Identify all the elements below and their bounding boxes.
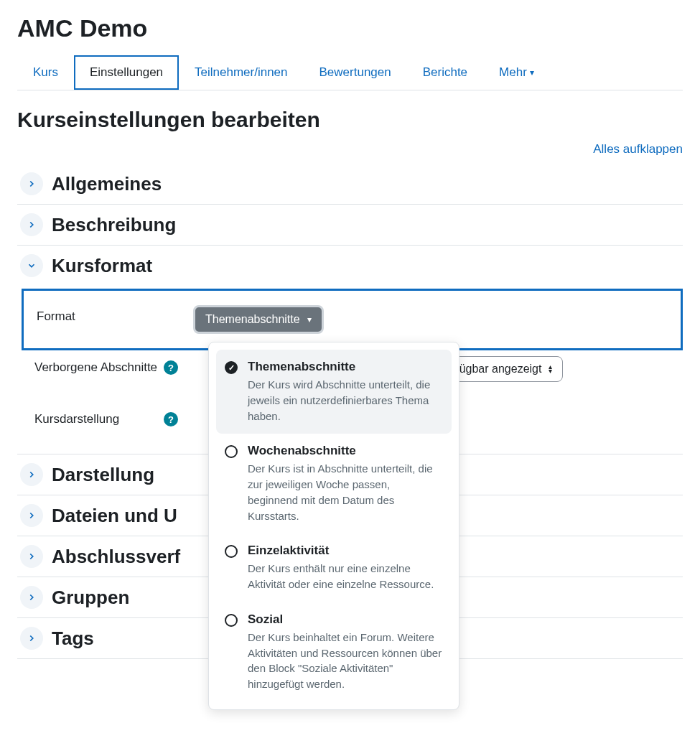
radio-unchecked-icon [225, 545, 238, 558]
chevron-right-icon [20, 586, 43, 609]
dropdown-option-sozial[interactable]: Sozial Der Kurs beinhaltet ein Forum. We… [216, 602, 452, 673]
section-header-allgemeines[interactable]: Allgemeines [17, 164, 683, 204]
chevron-down-icon [20, 254, 43, 277]
chevron-right-icon [20, 172, 43, 195]
section-header-kursformat[interactable]: Kursformat [17, 246, 683, 286]
option-title: Themenabschnitte [248, 360, 443, 374]
field-label-verborgene: Verborgene Abschnitte [34, 360, 158, 375]
help-icon[interactable]: ? [164, 360, 178, 375]
section-title: Kursformat [52, 255, 152, 277]
option-title: Wochenabschnitte [248, 444, 443, 458]
chevron-down-icon: ▾ [530, 67, 534, 78]
tab-berichte[interactable]: Berichte [407, 55, 483, 90]
chevron-right-icon [20, 213, 43, 236]
section-title: Darstellung [52, 464, 154, 486]
section-allgemeines: Allgemeines [17, 164, 683, 205]
section-beschreibung: Beschreibung [17, 205, 683, 246]
dropdown-option-einzelaktivitaet[interactable]: Einzelaktivität Der Kurs enthält nur ein… [216, 533, 452, 602]
chevron-right-icon [20, 627, 43, 650]
site-title: AMC Demo [17, 14, 683, 42]
section-header-beschreibung[interactable]: Beschreibung [17, 205, 683, 245]
chevron-down-icon: ▾ [307, 314, 312, 325]
radio-unchecked-icon [225, 445, 238, 458]
radio-checked-icon [225, 361, 238, 374]
format-dropdown-menu: Themenabschnitte Der Kurs wird Abschnitt… [208, 342, 459, 673]
tab-einstellungen[interactable]: Einstellungen [74, 55, 179, 90]
chevron-right-icon [20, 463, 43, 486]
radio-unchecked-icon [225, 614, 238, 627]
section-title: Dateien und U [52, 505, 177, 527]
section-title: Abschlussverf [52, 546, 180, 568]
chevron-right-icon [20, 545, 43, 568]
format-select-value: Themenabschnitte [205, 313, 300, 326]
field-label-kursdarstellung: Kursdarstellung [34, 412, 158, 426]
expand-all-link[interactable]: Alles aufklappen [17, 142, 683, 157]
tab-bewertungen[interactable]: Bewertungen [304, 55, 407, 90]
option-title: Einzelaktivität [248, 544, 443, 558]
field-label-format: Format [37, 309, 180, 324]
option-title: Sozial [248, 612, 443, 627]
chevron-right-icon [20, 504, 43, 527]
sort-icon: ▴▾ [549, 365, 552, 373]
section-title: Beschreibung [52, 214, 176, 236]
tab-teilnehmer[interactable]: Teilnehmer/innen [179, 55, 303, 90]
verborgene-select-value: erfügbar angezeigt [446, 363, 541, 376]
section-title: Tags [52, 628, 94, 650]
tab-mehr-label: Mehr [499, 65, 527, 80]
option-desc: Der Kurs beinhaltet ein Forum. Weitere A… [248, 630, 443, 673]
dropdown-option-themenabschnitte[interactable]: Themenabschnitte Der Kurs wird Abschnitt… [216, 350, 452, 434]
tab-kurs[interactable]: Kurs [17, 55, 74, 90]
help-icon[interactable]: ? [164, 412, 178, 426]
page-title: Kurseinstellungen bearbeiten [17, 108, 683, 132]
section-title: Allgemeines [52, 173, 162, 195]
tab-mehr[interactable]: Mehr ▾ [483, 55, 550, 90]
section-title: Gruppen [52, 587, 129, 609]
option-desc: Der Kurs wird Abschnitte unterteilt, die… [248, 377, 443, 424]
option-desc: Der Kurs ist in Abschnitte unterteilt, d… [248, 461, 443, 523]
course-tabs: Kurs Einstellungen Teilnehmer/innen Bewe… [17, 55, 683, 90]
option-desc: Der Kurs enthält nur eine einzelne Aktiv… [248, 561, 443, 592]
format-select[interactable]: Themenabschnitte ▾ [193, 305, 324, 334]
dropdown-option-wochenabschnitte[interactable]: Wochenabschnitte Der Kurs ist in Abschni… [216, 434, 452, 533]
